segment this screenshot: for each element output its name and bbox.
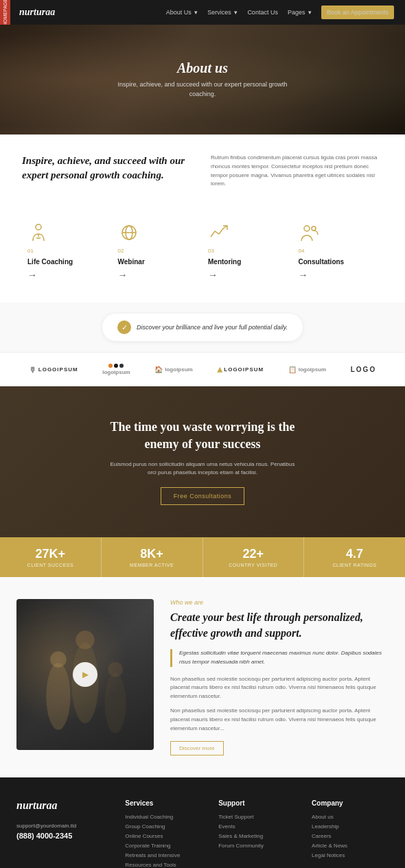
book-appointment-button[interactable]: Book an Appointments [321,5,394,19]
consultations-icon [299,222,321,244]
service-item-mentoring[interactable]: 03 Mentoring → [202,222,293,281]
stat-num: 22+ [209,547,299,561]
footer-company-col: Company About us Leadership Careers Arti… [312,799,389,868]
footer-link[interactable]: Leadership [312,823,389,830]
stat-label: MEMBER ACTIVE [107,563,197,567]
who-content: Who we are Create your best life through… [170,599,389,755]
footer-company-title: Company [312,799,389,807]
logo-4: LOGOIPSUM [217,366,264,373]
svg-point-10 [76,631,94,649]
service-item-webinar[interactable]: 02 Webinar → [113,222,203,281]
about-body: Rutrum finibus condimentum placerat curs… [211,154,383,189]
banner-section: ✓ Discover your brilliance and live your… [0,303,405,352]
about-heading: Inspire, achieve, and succeed with our e… [22,154,194,189]
stat-num: 27K+ [5,547,95,561]
stat-num: 8K+ [107,547,197,561]
hero-section: About us Inspire, achieve, and succeed w… [0,25,405,134]
navbar: HOMEPAGE nurturaa About Us ▾ Services ▾ … [0,0,405,25]
hero-subtitle: Inspire, achieve, and succeed with our e… [106,80,299,99]
services-section: 01 Life Coaching → 02 Webinar → 03 Mento… [0,208,405,303]
who-heading: Create your best life through personaliz… [170,610,389,641]
footer-support-title: Support [218,799,295,807]
nav-about[interactable]: About Us ▾ [166,9,198,16]
who-section: ▶ Who we are Create your best life throu… [0,577,405,777]
stat-country-visited: 22+ COUNTRY VISITED [203,537,305,577]
footer-link[interactable]: About us [312,814,389,820]
service-title: Consultations [299,258,378,266]
footer-support-col: Support Ticket Support Events Sales & Ma… [218,799,295,868]
footer-link[interactable]: Individual Coaching [125,814,202,820]
logos-section: 🎙 LOGOIPSUM logoipsum 🏠logoipsum LOGOIPS… [0,352,405,386]
logo-6: LOGO [351,366,376,373]
svg-point-4 [304,226,310,231]
stat-client-ratings: 4.7 CLIENT RATINGS [304,537,405,577]
mentoring-icon [208,222,230,244]
footer-link[interactable]: Sales & Marketing [218,833,295,839]
footer-link[interactable]: Group Coaching [125,823,202,830]
play-button[interactable]: ▶ [73,662,97,687]
service-item-consultations[interactable]: 04 Consultations → [293,222,384,281]
stat-label: CLIENT RATINGS [310,563,400,567]
banner-text: Discover your brilliance and live your f… [137,324,288,331]
footer-brand: nurturaa support@yourdomain.tld (888) 40… [16,799,108,868]
logo-3: 🏠logoipsum [154,366,192,373]
footer-link[interactable]: Online Courses [125,833,202,839]
who-para1: Non phasellus sed molestie sociosqu per … [170,675,389,701]
service-arrow[interactable]: → [299,270,378,281]
footer-contact: support@yourdomain.tld (888) 4000-2345 [16,823,108,840]
quote-section: The time you waste worrying is the enemy… [0,386,405,537]
service-title: Webinar [118,258,198,266]
hero-title: About us [106,60,299,76]
stat-label: COUNTRY VISITED [209,563,299,567]
svg-point-11 [108,662,123,677]
banner-check-icon: ✓ [117,320,131,334]
stats-section: 27K+ CLIENT SUCCESS 8K+ MEMBER ACTIVE 22… [0,537,405,577]
service-arrow[interactable]: → [118,270,198,281]
footer-link[interactable]: Forum Community [218,843,295,849]
discover-more-button[interactable]: Discover more [170,741,224,755]
footer-link[interactable]: Events [218,823,295,830]
service-item-life-coaching[interactable]: 01 Life Coaching → [22,222,113,281]
free-consultations-button[interactable]: Free Consultations [161,487,245,505]
stat-member-active: 8K+ MEMBER ACTIVE [102,537,203,577]
footer-email: support@yourdomain.tld [16,823,108,829]
who-para2: Non phasellus sed molestie sociosqu per … [170,707,389,733]
footer: nurturaa support@yourdomain.tld (888) 40… [0,777,405,868]
footer-link[interactable]: Careers [312,833,389,839]
stat-num: 4.7 [310,547,400,561]
who-image: ▶ [16,599,154,750]
footer-link[interactable]: Corporate Training [125,843,202,849]
logo-1: 🎙 LOGOIPSUM [29,366,78,374]
footer-services-col: Services Individual Coaching Group Coach… [125,799,202,868]
svg-point-0 [36,224,41,230]
svg-point-5 [312,226,316,231]
logo-5: 📋logoipsum [288,366,326,373]
webinar-icon [118,222,140,244]
footer-link[interactable]: Resources and Tools [125,862,202,868]
footer-services-title: Services [125,799,202,807]
footer-link[interactable]: Retreats and Intensive [125,852,202,858]
service-arrow[interactable]: → [208,270,288,281]
service-arrow[interactable]: → [27,270,107,281]
footer-link[interactable]: Article & News [312,843,389,849]
stat-label: CLIENT SUCCESS [5,563,95,567]
about-section: Inspire, achieve, and succeed with our e… [0,134,405,208]
navbar-links: About Us ▾ Services ▾ Contact Us Pages ▾… [166,5,394,19]
footer-link[interactable]: Ticket Support [218,814,295,820]
footer-phone[interactable]: (888) 4000-2345 [16,832,108,840]
service-title: Mentoring [208,258,288,266]
nav-pages[interactable]: Pages ▾ [288,9,312,16]
nav-contact[interactable]: Contact Us [247,9,278,16]
svg-point-8 [104,673,126,734]
stat-client-success: 27K+ CLIENT SUCCESS [0,537,102,577]
who-quote: Egestas sollicitudin vitae torquent maec… [170,649,389,667]
nav-services[interactable]: Services ▾ [207,9,238,16]
life-coaching-icon [27,222,49,244]
homepage-tag: HOMEPAGE [0,0,10,25]
who-tag: Who we are [170,599,389,606]
navbar-logo: nurturaa [19,7,55,18]
banner-inner: ✓ Discover your brilliance and live your… [102,314,303,341]
logo-2: logoipsum [102,364,130,375]
footer-link[interactable]: Legal Notices [312,852,389,858]
quote-heading: The time you waste worrying is the enemy… [106,419,299,453]
